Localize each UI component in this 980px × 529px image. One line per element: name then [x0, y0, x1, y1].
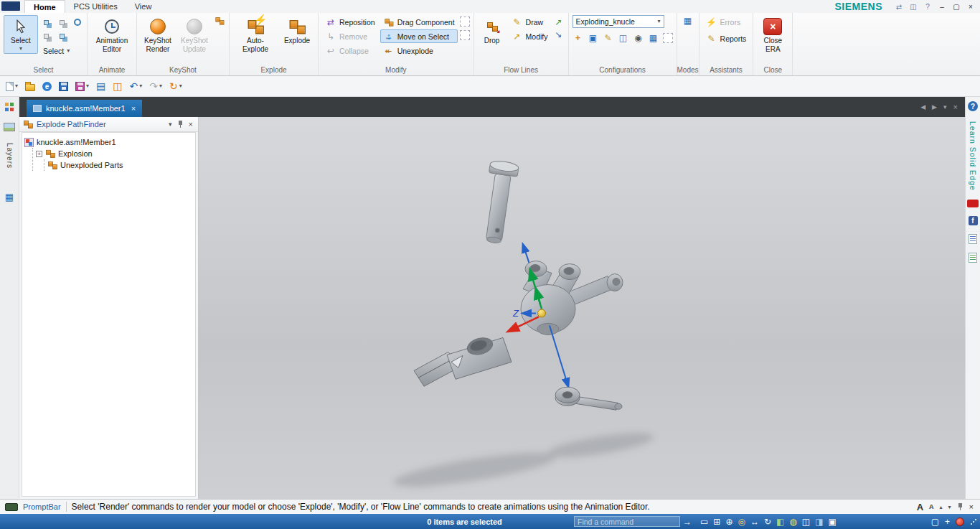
move-on-select-button[interactable]: Move on Select	[380, 29, 458, 43]
tab-home[interactable]: Home	[24, 0, 65, 13]
zoom-icon[interactable]: ⊕	[725, 517, 732, 527]
view-options-icon[interactable]: ▣	[829, 517, 837, 527]
document-tab-active[interactable]: knuckle.asm!Member1 ×	[27, 100, 142, 117]
drag-component-button[interactable]: Drag Component	[380, 15, 458, 29]
draw-flow-line-button[interactable]: ✎ Draw	[509, 15, 551, 29]
collapse-button[interactable]: ↩ Collapse	[322, 44, 378, 57]
flow-line-terminator-icon[interactable]: ↘	[553, 29, 565, 40]
viewport-canvas[interactable]: Z	[199, 117, 965, 499]
youtube-icon[interactable]	[967, 200, 979, 207]
keyshot-render-button[interactable]: KeyShot Render	[141, 15, 175, 55]
scroll-tabs-right-icon[interactable]: ▶	[932, 103, 937, 111]
tab-view[interactable]: View	[126, 0, 161, 13]
spec-document-icon[interactable]	[969, 234, 977, 244]
select-clear-icon[interactable]	[40, 30, 52, 42]
drop-button[interactable]: ↘ Drop	[478, 15, 507, 47]
keyshot-update-button[interactable]: KeyShot Update	[177, 15, 212, 55]
reports-button[interactable]: ✎ Reports	[703, 32, 750, 45]
learn-solid-edge-tab[interactable]: Learn Solid Edge	[969, 121, 977, 191]
window-table-button[interactable]: ◫	[111, 78, 123, 94]
window-layout-icon[interactable]: ◫	[907, 1, 920, 11]
record-status-icon[interactable]	[956, 518, 964, 526]
perspective-icon[interactable]: ◨	[815, 517, 823, 527]
copy-configuration-icon[interactable]: ◫	[618, 32, 629, 44]
screen-icon[interactable]: ▭	[700, 517, 708, 527]
pin-prompt-icon[interactable]	[957, 502, 963, 511]
select-prior-icon[interactable]	[56, 17, 67, 28]
tab-list-dropdown-icon[interactable]: ▾	[943, 103, 947, 111]
drag-gallery-expander[interactable]	[460, 30, 470, 40]
select-fence-icon[interactable]	[40, 17, 52, 28]
layers-tab[interactable]: Layers	[6, 143, 14, 169]
named-views-icon[interactable]: ◧	[776, 517, 784, 527]
modes-table-icon[interactable]: ▦	[682, 15, 694, 27]
green-document-icon[interactable]	[969, 253, 977, 263]
window-layout-icon[interactable]: ◫	[802, 517, 810, 527]
help-icon[interactable]: ?	[921, 1, 934, 11]
update-configuration-icon[interactable]: ▦	[648, 32, 659, 44]
new-document-button[interactable]: ▾	[4, 78, 19, 94]
pathfinder-filter-icon[interactable]: ▾	[167, 121, 174, 128]
restore-button[interactable]: ▢	[950, 1, 963, 11]
close-window-button[interactable]: ×	[964, 1, 977, 11]
errors-button[interactable]: ⚡ Errors	[703, 15, 744, 29]
scroll-tabs-left-icon[interactable]: ◀	[920, 103, 925, 111]
application-button[interactable]	[1, 1, 20, 11]
sync-icon[interactable]: ⇄	[892, 1, 905, 11]
remove-button[interactable]: ↳ Remove	[322, 29, 378, 43]
close-era-button[interactable]: × Close ERA	[757, 15, 788, 55]
part-pin[interactable]	[479, 159, 519, 245]
edit-configuration-icon[interactable]: ✎	[603, 32, 614, 44]
configurations-table-icon[interactable]: ▣	[588, 32, 599, 44]
font-decrease-icon[interactable]: A	[929, 503, 934, 510]
reposition-gallery-expander[interactable]	[460, 17, 470, 27]
new-configuration-icon[interactable]: +	[573, 32, 584, 44]
part-rod-end[interactable]	[414, 335, 512, 386]
device-icon[interactable]: ▢	[931, 517, 939, 527]
close-document-icon[interactable]: ×	[130, 104, 136, 113]
part-link[interactable]	[555, 387, 622, 410]
animation-editor-button[interactable]: Animation Editor	[91, 15, 133, 55]
explode-button[interactable]: Explode	[280, 15, 314, 47]
flow-line-lower[interactable]	[550, 325, 568, 386]
view-styles-icon[interactable]: ◍	[789, 517, 796, 527]
collapse-prompt-icon[interactable]: ▴	[940, 504, 943, 510]
pan-icon[interactable]: ↔	[750, 517, 759, 527]
tab-pcs-utilities[interactable]: PCS Utilities	[65, 0, 126, 13]
weblink-button[interactable]: e	[41, 78, 53, 94]
pin-icon[interactable]	[177, 120, 184, 128]
unexplode-button[interactable]: ↞ Unexplode	[380, 44, 458, 57]
tree-item-assembly[interactable]: knuckle.asm!Member1	[24, 136, 193, 148]
command-finder[interactable]	[574, 516, 680, 527]
camera-icon[interactable]: ◉	[633, 32, 644, 44]
prompt-options-icon[interactable]: ▾	[948, 504, 951, 510]
app-launcher[interactable]	[0, 97, 19, 117]
save-as-button[interactable]: ▾	[74, 78, 90, 94]
modify-flow-line-button[interactable]: ↗ Modify	[509, 29, 551, 43]
fit-view-icon[interactable]: ◎	[738, 517, 745, 527]
select-components-icon[interactable]	[56, 30, 67, 42]
sheet-list-button[interactable]: ▤	[95, 78, 107, 94]
configuration-gallery-expander[interactable]	[663, 33, 673, 43]
help-icon[interactable]: ?	[968, 101, 978, 111]
part-knuckle[interactable]	[521, 261, 623, 335]
auto-explode-button[interactable]: ⚡ Auto-Explode	[233, 15, 278, 55]
modes-zone-icon[interactable]	[682, 28, 694, 39]
redo-button[interactable]: ↷▾	[148, 78, 164, 94]
configuration-combo[interactable]: Exploding_knucle ▾	[573, 15, 664, 28]
undo-button[interactable]: ↶▾	[128, 78, 144, 94]
close-all-tabs-icon[interactable]: ×	[953, 103, 958, 111]
save-button[interactable]	[57, 78, 70, 94]
run-command-icon[interactable]: →	[683, 514, 692, 529]
find-command-input[interactable]	[578, 518, 677, 526]
tree-item-unexploded-parts[interactable]: Unexploded Parts	[47, 159, 193, 171]
open-button[interactable]	[24, 78, 37, 94]
3d-viewport[interactable]: Z	[199, 117, 965, 499]
zoom-plus-icon[interactable]: +	[945, 517, 950, 527]
resize-grip[interactable]	[970, 518, 976, 525]
close-prompt-icon[interactable]: ×	[969, 502, 974, 511]
select-button[interactable]: Select ▾	[4, 15, 38, 54]
family-table-icon[interactable]: ▦	[5, 192, 14, 202]
flow-line-visibility-icon[interactable]: ↗	[553, 17, 565, 28]
select-options-button[interactable]: Select ▾	[40, 44, 83, 57]
